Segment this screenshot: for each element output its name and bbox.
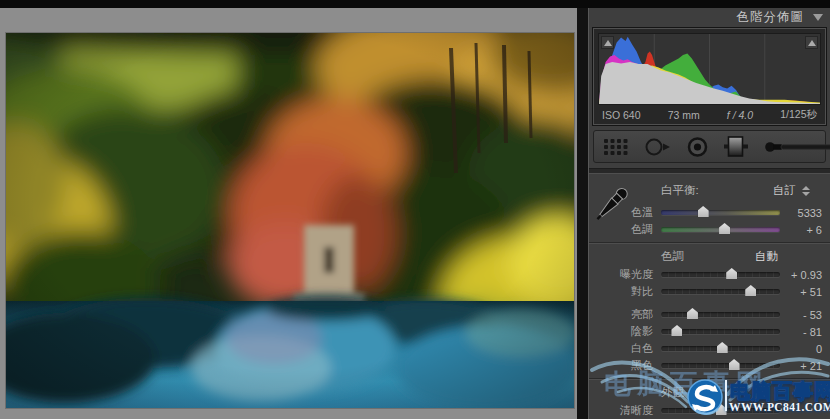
contrast-slider-track[interactable] (661, 289, 780, 294)
tone-header: 色調 (661, 249, 684, 264)
temp-slider-track[interactable] (661, 210, 780, 215)
highlights-label: 亮部 (589, 307, 653, 322)
histogram-chart (599, 34, 820, 104)
wb-preset-selector[interactable]: 自訂 (773, 183, 810, 198)
divider (589, 242, 830, 244)
blacks-label: 黑色 (589, 358, 653, 373)
updown-arrows-icon (802, 186, 810, 196)
top-bar (0, 0, 830, 8)
crop-grid-icon (604, 139, 628, 155)
wb-preset-value: 自訂 (773, 183, 796, 198)
tone-header-row: 色調 自動 (589, 247, 830, 266)
adjustment-brush-icon (764, 140, 830, 154)
contrast-value: + 51 (780, 286, 822, 298)
tool-strip (593, 130, 826, 163)
clarity-slider-track[interactable] (661, 408, 780, 413)
exif-shutter: 1/125秒 (780, 108, 817, 122)
exif-aperture: f / 4.0 (727, 109, 753, 121)
clarity-slider-row: 清晰度 (589, 402, 830, 419)
blacks-slider-row: 黑色 + 21 (589, 357, 830, 374)
photo-image (6, 33, 574, 408)
collapse-triangle-icon[interactable] (813, 14, 823, 21)
whites-value: 0 (780, 343, 822, 355)
temp-slider-thumb[interactable] (698, 206, 709, 217)
section-groove (589, 168, 830, 174)
shadows-slider-track[interactable] (661, 329, 780, 334)
exposure-slider-track[interactable] (661, 272, 780, 277)
shadow-clip-icon (604, 40, 612, 46)
shadows-slider-row: 陰影 - 81 (589, 323, 830, 340)
temp-value: 5333 (780, 207, 822, 219)
presence-header: 外觀 (661, 385, 684, 400)
shadow-clipping-indicator[interactable] (601, 36, 614, 49)
presence-header-row: 外觀 (589, 383, 830, 402)
histogram-plot[interactable] (598, 33, 821, 105)
exif-iso: ISO 640 (602, 109, 641, 121)
whites-label: 白色 (589, 341, 653, 356)
presence-section: 外觀 清晰度 鮮艷度 + 26 (589, 383, 830, 419)
wb-eyedropper-tool[interactable] (593, 182, 631, 226)
graduated-filter-icon (724, 136, 748, 157)
tint-value: + 6 (780, 224, 822, 236)
red-eye-tool[interactable] (687, 137, 708, 157)
histogram-header[interactable]: 色階分佈圖 (589, 7, 830, 28)
panel-gap (577, 8, 588, 419)
contrast-slider-thumb[interactable] (745, 285, 756, 296)
exif-info-row: ISO 640 73 mm f / 4.0 1/125秒 (594, 105, 825, 124)
white-balance-section: 白平衡: 自訂 色溫 5333 色調 + 6 (589, 177, 830, 238)
adjustment-brush-tool[interactable] (764, 140, 830, 154)
highlight-clip-icon (808, 40, 816, 46)
histogram-title: 色階分佈圖 (737, 9, 805, 26)
exposure-slider-thumb[interactable] (726, 268, 737, 279)
blacks-slider-track[interactable] (661, 363, 780, 368)
contrast-slider-row: 對比 + 51 (589, 283, 830, 300)
shadows-slider-thumb[interactable] (671, 325, 682, 336)
highlights-slider-track[interactable] (661, 312, 780, 317)
wb-label: 白平衡: (661, 183, 699, 198)
graduated-filter-tool[interactable] (724, 136, 748, 157)
highlights-slider-thumb[interactable] (687, 308, 698, 319)
exposure-value: + 0.93 (780, 269, 822, 281)
red-eye-icon (687, 137, 708, 157)
clarity-slider-thumb[interactable] (716, 404, 727, 415)
highlight-clipping-indicator[interactable] (805, 36, 818, 49)
tone-section: 色調 自動 曝光度 + 0.93 對比 + 51 亮部 - 53 陰影 (589, 247, 830, 374)
shadows-value: - 81 (780, 326, 822, 338)
contrast-label: 對比 (589, 284, 653, 299)
highlights-value: - 53 (780, 309, 822, 321)
develop-panel: 色階分佈圖 ISO 640 73 mm f / 4.0 1/125秒 (588, 0, 830, 419)
shadows-label: 陰影 (589, 324, 653, 339)
lightroom-window: 色階分佈圖 ISO 640 73 mm f / 4.0 1/125秒 (0, 0, 830, 419)
auto-tone-button[interactable]: 自動 (755, 249, 778, 264)
histogram-box: ISO 640 73 mm f / 4.0 1/125秒 (593, 28, 826, 125)
photo-canvas[interactable] (6, 33, 574, 408)
crop-overlay-tool[interactable] (604, 139, 628, 155)
exposure-slider-row: 曝光度 + 0.93 (589, 266, 830, 283)
whites-slider-track[interactable] (661, 346, 780, 351)
spot-removal-tool[interactable] (644, 137, 671, 157)
blacks-slider-thumb[interactable] (729, 359, 740, 370)
blacks-value: + 21 (780, 360, 822, 372)
exif-focal-length: 73 mm (668, 109, 700, 121)
tint-slider-thumb[interactable] (719, 223, 730, 234)
divider (589, 378, 830, 380)
spot-removal-icon (644, 137, 671, 157)
eyedropper-icon (593, 182, 631, 226)
highlights-slider-row: 亮部 - 53 (589, 306, 830, 323)
whites-slider-row: 白色 0 (589, 340, 830, 357)
exposure-label: 曝光度 (589, 267, 653, 282)
whites-slider-thumb[interactable] (717, 342, 728, 353)
tint-slider-track[interactable] (661, 227, 780, 232)
clarity-label: 清晰度 (589, 403, 653, 418)
